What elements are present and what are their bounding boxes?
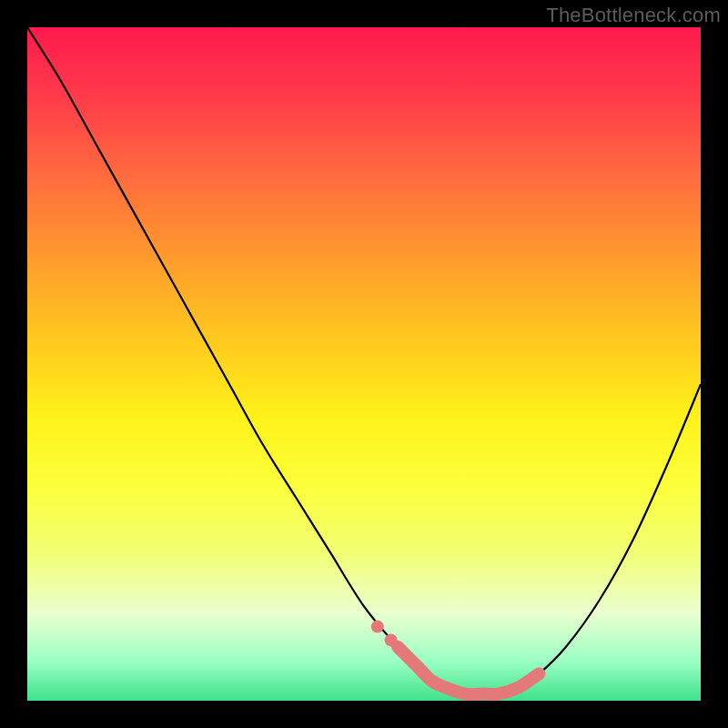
- optimal-zone-overlay: [398, 647, 539, 694]
- highlight-dot: [371, 621, 384, 633]
- highlight-dot: [385, 633, 398, 646]
- bottleneck-curve-svg: [27, 27, 701, 701]
- bottleneck-curve: [27, 27, 701, 694]
- watermark-label: TheBottleneck.com: [546, 4, 721, 27]
- chart-frame: TheBottleneck.com: [0, 0, 728, 728]
- highlight-markers: [371, 621, 398, 647]
- chart-plot-area: [27, 27, 701, 701]
